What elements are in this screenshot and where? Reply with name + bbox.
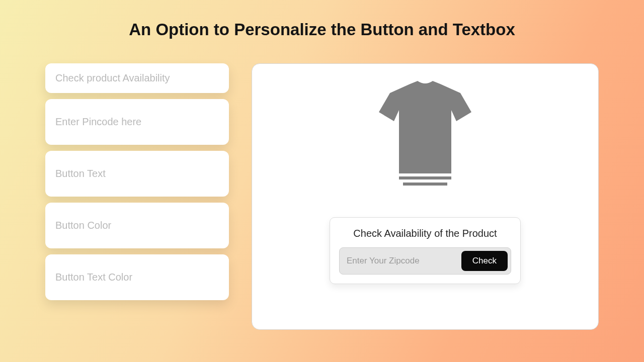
button-text-color-field[interactable]: Button Text Color xyxy=(45,254,229,300)
availability-checker-card: Check Availability of the Product Check xyxy=(330,217,521,284)
zipcode-input-row: Check xyxy=(339,247,511,275)
page-title: An Option to Personalize the Button and … xyxy=(45,20,599,39)
preview-panel: Check Availability of the Product Check xyxy=(252,63,599,330)
button-color-field[interactable]: Button Color xyxy=(45,203,229,248)
zipcode-input[interactable] xyxy=(347,256,456,266)
content-area: Check product Availability Enter Pincode… xyxy=(45,63,599,330)
button-text-field[interactable]: Button Text xyxy=(45,151,229,197)
availability-text-field[interactable]: Check product Availability xyxy=(45,63,229,93)
check-button[interactable]: Check xyxy=(461,251,508,271)
availability-checker-title: Check Availability of the Product xyxy=(339,228,511,239)
pincode-placeholder-field[interactable]: Enter Pincode here xyxy=(45,99,229,145)
customization-sidebar: Check product Availability Enter Pincode… xyxy=(45,63,229,300)
tshirt-icon xyxy=(375,79,475,190)
svg-rect-0 xyxy=(399,176,451,179)
svg-rect-1 xyxy=(403,183,447,186)
